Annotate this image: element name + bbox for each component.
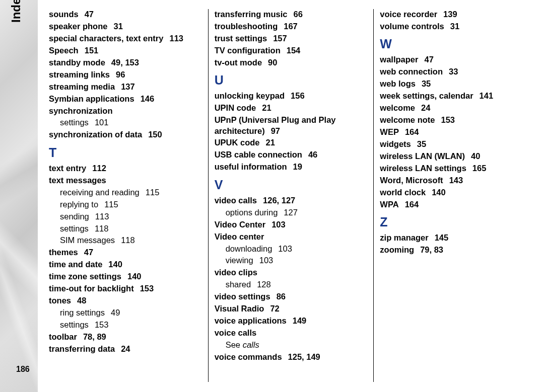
index-entry: volume controls31 bbox=[380, 21, 533, 32]
index-pages: 139 bbox=[443, 10, 457, 19]
index-pages: 140 bbox=[432, 188, 446, 197]
column-1: sounds47speaker phone31special character… bbox=[43, 9, 208, 382]
index-subpages: 103 bbox=[278, 244, 292, 253]
index-entry: zip manager145 bbox=[380, 232, 533, 243]
index-pages: 49, 153 bbox=[111, 58, 139, 67]
index-content: sounds47speaker phone31special character… bbox=[38, 0, 544, 392]
index-subentry: viewing103 bbox=[215, 255, 368, 266]
index-subterm: receiving and reading bbox=[60, 188, 140, 197]
index-entry: synchronization bbox=[49, 106, 202, 116]
index-term: text entry bbox=[49, 164, 86, 173]
index-subentry: receiving and reading115 bbox=[49, 187, 202, 198]
index-term: transferring data bbox=[49, 344, 115, 353]
index-pages: 47 bbox=[85, 10, 94, 19]
index-entry: WPA164 bbox=[380, 199, 533, 210]
index-pages: 143 bbox=[449, 176, 463, 185]
index-term: UPIN code bbox=[215, 103, 256, 112]
index-subentry: SIM messages118 bbox=[49, 235, 202, 246]
index-subpages: 115 bbox=[146, 188, 160, 197]
index-entry: standby mode49, 153 bbox=[49, 57, 202, 68]
index-subterm: sending bbox=[60, 212, 89, 221]
index-entry: Word, Microsoft143 bbox=[380, 175, 533, 186]
index-term: Video Center bbox=[215, 220, 265, 229]
index-entry: UPnP (Universal Plug and Play architectu… bbox=[215, 115, 368, 136]
index-subpages: 49 bbox=[111, 308, 120, 317]
page-number: 186 bbox=[16, 365, 30, 374]
section-letter: T bbox=[49, 145, 202, 160]
index-term: week settings, calendar bbox=[380, 91, 473, 100]
index-pages: 33 bbox=[449, 67, 458, 76]
index-entry: voice recorder139 bbox=[380, 9, 533, 20]
index-subentry: settings153 bbox=[49, 320, 202, 330]
index-pages: 126, 127 bbox=[263, 196, 295, 205]
index-term: widgets bbox=[380, 139, 411, 148]
index-entry: wallpaper47 bbox=[380, 54, 533, 65]
index-term: Video center bbox=[215, 232, 264, 241]
index-term: voice recorder bbox=[380, 10, 437, 19]
index-entry: TV configuration154 bbox=[215, 45, 368, 56]
section-letter: W bbox=[380, 37, 533, 51]
index-term: voice commands bbox=[215, 352, 282, 361]
index-term: WPA bbox=[380, 200, 398, 209]
index-term: standby mode bbox=[49, 58, 105, 67]
index-pages: 165 bbox=[472, 164, 487, 173]
column-3: voice recorder139volume controls31Wwallp… bbox=[373, 9, 539, 382]
index-entry: world clock140 bbox=[380, 187, 533, 198]
index-entry: video settings86 bbox=[215, 291, 368, 302]
index-entry: video calls126, 127 bbox=[215, 195, 368, 206]
index-entry: Symbian applications146 bbox=[49, 94, 202, 104]
index-entry: USB cable connection46 bbox=[215, 149, 368, 160]
index-pages: 140 bbox=[108, 260, 122, 269]
index-entry: troubleshooting167 bbox=[215, 21, 368, 32]
index-pages: 141 bbox=[480, 91, 494, 100]
index-term: WEP bbox=[380, 127, 399, 136]
index-pages: 24 bbox=[421, 103, 430, 112]
index-term: speaker phone bbox=[49, 22, 107, 31]
see-prefix: See bbox=[226, 340, 243, 349]
index-pages: 145 bbox=[435, 233, 449, 242]
index-term: tv-out mode bbox=[215, 58, 262, 67]
index-pages: 153 bbox=[140, 284, 154, 293]
index-pages: 153 bbox=[441, 115, 455, 124]
index-pages: 157 bbox=[273, 34, 287, 43]
index-entry: text messages bbox=[49, 175, 202, 186]
index-subentry: downloading103 bbox=[215, 244, 368, 254]
index-subterm: replying to bbox=[60, 200, 98, 209]
index-term: time zone settings bbox=[49, 272, 121, 281]
index-entry: text entry112 bbox=[49, 163, 202, 174]
index-term: time and date bbox=[49, 260, 102, 269]
index-entry: Visual Radio72 bbox=[215, 303, 368, 314]
index-term: welcome note bbox=[380, 115, 435, 124]
index-pages: 149 bbox=[293, 316, 307, 325]
index-subpages: 127 bbox=[284, 208, 298, 217]
index-entry: sounds47 bbox=[49, 9, 202, 20]
index-see-reference: See calls bbox=[215, 340, 368, 350]
section-letter: Z bbox=[380, 215, 533, 229]
index-entry: WEP164 bbox=[380, 127, 533, 137]
index-entry: time and date140 bbox=[49, 259, 202, 270]
index-term: web logs bbox=[380, 79, 416, 88]
index-pages: 97 bbox=[271, 126, 280, 135]
index-subpages: 103 bbox=[259, 256, 274, 265]
index-term: voice applications bbox=[215, 316, 287, 325]
index-pages: 112 bbox=[92, 164, 106, 173]
index-pages: 137 bbox=[121, 82, 135, 91]
index-pages: 48 bbox=[77, 296, 86, 305]
index-pages: 66 bbox=[294, 10, 303, 19]
index-term: video settings bbox=[215, 292, 270, 301]
index-pages: 156 bbox=[291, 91, 305, 100]
index-subpages: 128 bbox=[257, 280, 271, 289]
index-entry: time zone settings140 bbox=[49, 271, 202, 282]
index-subterm: ring settings bbox=[60, 308, 105, 317]
index-entry: voice commands125, 149 bbox=[215, 352, 368, 362]
index-term: unlocking keypad bbox=[215, 91, 285, 100]
index-entry: Video Center103 bbox=[215, 219, 368, 230]
index-pages: 31 bbox=[113, 22, 122, 31]
index-term: streaming links bbox=[49, 70, 110, 79]
index-pages: 35 bbox=[422, 79, 431, 88]
index-subterm: downloading bbox=[226, 244, 273, 253]
index-entry: wireless LAN settings165 bbox=[380, 163, 533, 174]
index-term: video clips bbox=[215, 268, 257, 277]
see-target: calls bbox=[243, 340, 259, 349]
index-entry: wireless LAN (WLAN)40 bbox=[380, 151, 533, 162]
